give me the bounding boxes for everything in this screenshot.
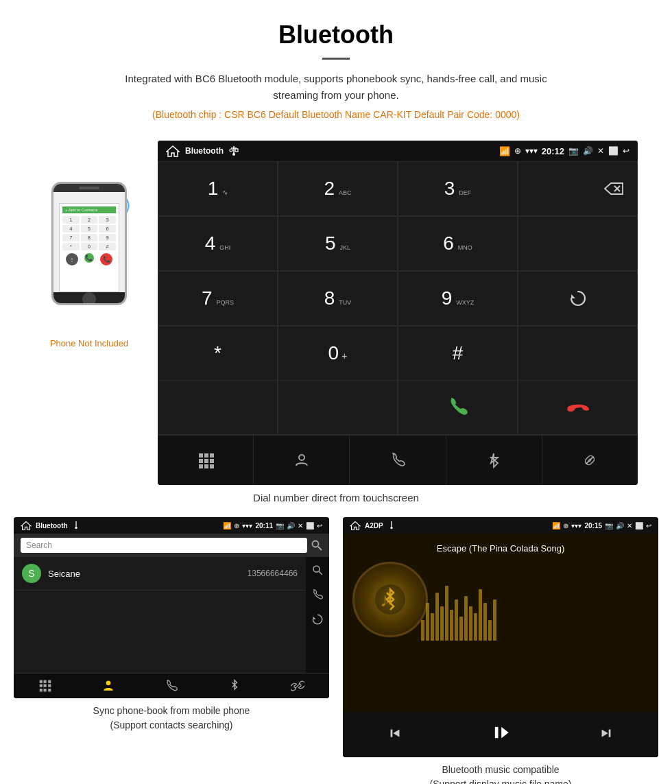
ms-controls [343,712,658,757]
svg-rect-14 [210,459,214,463]
pb-bottom-link2[interactable] [284,679,311,693]
pb-search-input[interactable]: Search [21,538,307,553]
pb-vol-icon: 🔊 [287,522,295,530]
svg-rect-28 [44,680,47,683]
svg-rect-4 [235,149,238,152]
svg-rect-12 [199,459,203,463]
pb-camera-icon: 📷 [276,522,284,530]
svg-rect-11 [210,453,214,458]
ms-vol-icon: 🔊 [616,522,624,530]
svg-rect-48 [609,729,611,737]
ms-caption: Bluetooth music compatible (Support disp… [426,757,576,784]
dial-bottom-grid[interactable] [158,436,254,485]
svg-rect-45 [495,727,499,738]
ms-usb-icon [387,521,396,530]
ms-gps-icon: ⊕ [563,522,568,530]
dial-key-hash[interactable]: # [398,326,518,381]
pb-x-icon: ✕ [298,522,303,530]
reload-icon [568,289,588,308]
pb-side-call-icon[interactable] [311,589,324,601]
contacts-icon [293,452,310,468]
dial-key-star[interactable]: * [158,326,278,381]
close-icon: ✕ [597,146,604,156]
ms-play-pause-btn[interactable] [484,720,517,749]
ms-camera-icon: 📷 [605,522,613,530]
ms-skip-fwd-btn[interactable] [592,723,621,747]
status-time: 20:12 [542,146,564,156]
pb-bottom-call2[interactable] [158,679,185,693]
dial-key-7[interactable]: 7PQRS [158,271,278,326]
dial-key-5[interactable]: 5JKL [278,216,398,271]
dial-section: ✱ + Add to Contacts 123 456 789 [0,141,672,485]
pb-side-reload-icon[interactable] [311,613,324,626]
svg-marker-46 [501,727,509,738]
status-title: Bluetooth [185,146,224,156]
svg-rect-31 [44,685,47,687]
dial-call-red[interactable] [518,380,638,435]
dial-key-2[interactable]: 2ABC [278,161,398,216]
svg-rect-34 [44,689,47,691]
svg-rect-44 [390,729,392,737]
page-title: Bluetooth [14,21,658,49]
dial-key-9[interactable]: 9WXYZ [398,271,518,326]
ms-skip-back-btn[interactable] [381,723,409,747]
pb-statusbar: Bluetooth 📶 ⊕ ▾▾▾ 20:11 📷 🔊 ✕ ⬜ ↩ [14,517,329,534]
svg-rect-35 [48,689,51,691]
pb-contact-row: S Seicane 13566664466 [14,557,306,591]
header-divider [322,58,350,60]
dial-bottom-bt[interactable] [446,436,542,485]
dial-empty-r5c1 [158,380,278,435]
ms-statusbar: A2DP 📶 ⊕ ▾▾▾ 20:15 📷 🔊 ✕ ⬜ ↩ [343,517,658,534]
pb-status-title: Bluetooth [36,522,68,530]
dial-backspace[interactable] [518,161,638,216]
dial-call-green[interactable] [398,380,518,435]
svg-rect-33 [40,689,43,691]
svg-rect-30 [40,685,43,687]
music-note-icon: ♪ [373,582,407,617]
skip-fwd-icon [599,726,614,741]
pb-search-icon[interactable] [311,540,322,551]
dial-bottom-link[interactable] [542,436,638,485]
dial-key-3[interactable]: 3DEF [398,161,518,216]
bluetooth-bottom-icon [487,452,501,468]
svg-point-36 [106,681,111,686]
dial-key-1[interactable]: 1∿ [158,161,278,216]
pb-usb-icon [72,521,80,530]
svg-marker-47 [602,729,608,737]
svg-marker-19 [21,522,31,530]
svg-rect-17 [210,464,214,468]
backspace-icon [603,180,625,197]
dial-key-6[interactable]: 6MNO [398,216,518,271]
dial-bottom-call[interactable] [350,436,446,485]
ms-signal-icon: ▾▾▾ [571,522,581,530]
dial-bottom-contacts[interactable] [254,436,350,485]
pb-gps-icon: ⊕ [234,522,239,530]
ms-song-title: Escape (The Pina Colada Song) [437,543,564,554]
gps-icon: ⊕ [514,146,521,156]
pb-back-icon: ↩ [317,522,322,530]
window-icon: ⬜ [608,146,619,156]
dial-empty-r2 [518,216,638,271]
ms-back-icon: ↩ [646,522,651,530]
svg-rect-16 [204,464,208,468]
pb-bottom-bt2[interactable] [221,679,248,693]
lower-section: Bluetooth 📶 ⊕ ▾▾▾ 20:11 📷 🔊 ✕ ⬜ ↩ [0,517,672,784]
dial-caption: Dial number direct from touchscreen [0,485,672,517]
pb-caption-line1: Sync phone-book from mobile phone [93,705,250,716]
dial-key-8[interactable]: 8TUV [278,271,398,326]
back-icon: ↩ [623,146,629,156]
phonebook-screen: Bluetooth 📶 ⊕ ▾▾▾ 20:11 📷 🔊 ✕ ⬜ ↩ [14,517,329,698]
pb-bottom-user[interactable] [95,679,122,693]
pb-side-search-icon[interactable] [311,564,324,576]
music-item: A2DP 📶 ⊕ ▾▾▾ 20:15 📷 🔊 ✕ ⬜ ↩ [343,517,658,784]
svg-text:♪: ♪ [380,589,389,610]
svg-rect-9 [199,453,203,458]
phone-container: ✱ + Add to Contacts 123 456 789 [34,141,144,348]
dial-key-0[interactable]: 0+ [278,326,398,381]
link-icon [581,452,598,468]
pb-call2-icon [165,679,178,693]
pb-signal-icon: ▾▾▾ [242,522,252,530]
dial-key-4[interactable]: 4GHI [158,216,278,271]
pb-bottom-grid[interactable] [32,679,59,693]
dial-reload[interactable] [518,271,638,326]
